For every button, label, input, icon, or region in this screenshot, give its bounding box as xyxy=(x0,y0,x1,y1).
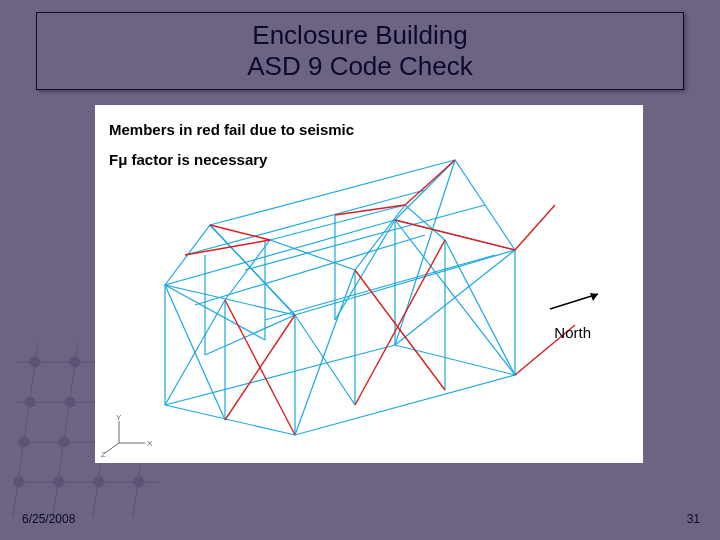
svg-point-17 xyxy=(59,437,69,447)
slide-title: Enclosure Building ASD 9 Code Check xyxy=(247,20,472,82)
svg-line-63 xyxy=(105,443,119,453)
svg-line-4 xyxy=(13,342,38,517)
svg-line-54 xyxy=(395,220,515,250)
north-label: North xyxy=(554,324,591,341)
svg-point-8 xyxy=(30,357,40,367)
svg-line-57 xyxy=(515,205,555,250)
slide-title-box: Enclosure Building ASD 9 Code Check xyxy=(36,12,684,90)
svg-line-43 xyxy=(165,285,265,340)
title-line-2: ASD 9 Code Check xyxy=(247,51,472,81)
axis-z-label: Z xyxy=(101,450,106,457)
svg-point-13 xyxy=(65,397,75,407)
structural-figure: Members in red fail due to seismic Fμ fa… xyxy=(95,105,643,463)
north-arrow-icon xyxy=(548,289,608,313)
svg-line-37 xyxy=(165,285,225,420)
axis-x-label: X xyxy=(147,439,153,448)
svg-point-22 xyxy=(94,477,104,487)
svg-line-52 xyxy=(210,225,270,240)
svg-point-21 xyxy=(54,477,64,487)
svg-line-46 xyxy=(210,225,295,315)
svg-line-35 xyxy=(265,255,495,320)
svg-point-16 xyxy=(19,437,29,447)
svg-line-5 xyxy=(53,342,78,517)
svg-line-40 xyxy=(295,270,355,435)
wireframe-drawing xyxy=(95,105,643,463)
svg-point-9 xyxy=(70,357,80,367)
svg-point-20 xyxy=(14,477,24,487)
svg-line-41 xyxy=(295,315,355,405)
svg-line-59 xyxy=(550,294,598,309)
coordinate-triad-icon: Y X Z xyxy=(101,413,157,457)
svg-point-23 xyxy=(134,477,144,487)
svg-line-51 xyxy=(355,270,445,390)
title-line-1: Enclosure Building xyxy=(252,20,467,50)
footer-page-number: 31 xyxy=(687,512,700,526)
svg-marker-60 xyxy=(590,293,598,301)
svg-point-12 xyxy=(25,397,35,407)
axis-y-label: Y xyxy=(116,413,122,422)
footer-date: 6/25/2008 xyxy=(22,512,75,526)
